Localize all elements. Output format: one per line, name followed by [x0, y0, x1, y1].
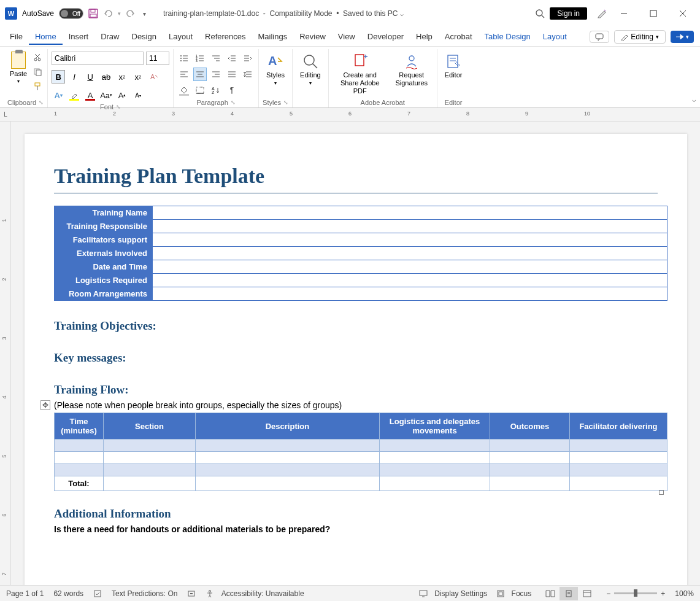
maximize-button[interactable]: [641, 1, 666, 26]
text-predictions-status[interactable]: Text Predictions: On: [112, 589, 177, 598]
document-title[interactable]: Training Plan Template: [54, 165, 658, 193]
bold-button[interactable]: B: [52, 70, 65, 83]
page-status[interactable]: Page 1 of 1: [6, 589, 44, 598]
sort-button[interactable]: AZ: [209, 83, 223, 97]
zoom-out-icon[interactable]: −: [606, 589, 610, 598]
redo-icon[interactable]: [126, 9, 136, 18]
grow-font-button[interactable]: A▴: [115, 88, 129, 102]
underline-button[interactable]: U: [83, 70, 97, 83]
font-name-input[interactable]: [52, 52, 144, 65]
shading-button[interactable]: [177, 83, 191, 97]
info-label[interactable]: Date and Time: [55, 260, 153, 274]
editing-mode-button[interactable]: Editing ▾: [614, 30, 666, 44]
focus-mode[interactable]: Focus: [497, 589, 531, 598]
flow-table[interactable]: Time (minutes) Section Description Logis…: [54, 413, 667, 491]
font-color-button[interactable]: A: [83, 88, 97, 102]
additional-question[interactable]: Is there a need for handouts or addition…: [54, 524, 658, 534]
spelling-status-icon[interactable]: [93, 589, 102, 598]
tab-home[interactable]: Home: [29, 28, 63, 45]
tab-file[interactable]: File: [4, 28, 29, 45]
justify-button[interactable]: [225, 68, 239, 81]
autosave-toggle[interactable]: Off: [59, 8, 83, 19]
objectives-heading[interactable]: Training Objectives:: [54, 319, 658, 333]
macro-status-icon[interactable]: [187, 589, 196, 598]
bullets-button[interactable]: [177, 52, 191, 65]
numbering-button[interactable]: 123: [193, 52, 207, 65]
zoom-percentage[interactable]: 100%: [675, 589, 694, 598]
change-case-button[interactable]: Aa▾: [99, 88, 113, 102]
strikethrough-button[interactable]: ab: [99, 70, 113, 83]
info-value[interactable]: [153, 274, 667, 287]
tab-references[interactable]: References: [199, 28, 252, 45]
align-center-button[interactable]: [193, 68, 207, 81]
word-count[interactable]: 62 words: [53, 589, 83, 598]
tab-layout[interactable]: Layout: [163, 28, 199, 45]
zoom-slider[interactable]: − +: [606, 589, 665, 598]
tab-insert[interactable]: Insert: [63, 28, 95, 45]
line-spacing-button[interactable]: [241, 68, 255, 81]
info-value[interactable]: [153, 206, 667, 220]
info-label[interactable]: Facilitators support: [55, 233, 153, 247]
decrease-indent-button[interactable]: [225, 52, 239, 65]
training-flow-heading[interactable]: Training Flow:: [54, 383, 658, 397]
request-signatures-button[interactable]: Request Signatures: [390, 52, 433, 88]
tab-developer[interactable]: Developer: [361, 28, 410, 45]
italic-button[interactable]: I: [67, 70, 81, 83]
text-effects-button[interactable]: A▾: [52, 88, 65, 102]
tab-mailings[interactable]: Mailings: [252, 28, 294, 45]
page[interactable]: Training Plan Template ✥ Training NameTr…: [25, 134, 687, 588]
tab-acrobat[interactable]: Acrobat: [439, 28, 479, 45]
info-label[interactable]: Room Arrangements: [55, 287, 153, 301]
info-value[interactable]: [153, 287, 667, 301]
copy-icon[interactable]: [32, 66, 43, 77]
styles-dialog-launcher-icon[interactable]: ⤡: [283, 99, 288, 106]
tab-review[interactable]: Review: [293, 28, 332, 45]
borders-button[interactable]: [193, 83, 207, 97]
tab-help[interactable]: Help: [410, 28, 439, 45]
create-share-pdf-button[interactable]: Create and Share Adobe PDF: [333, 52, 388, 97]
info-value[interactable]: [153, 220, 667, 233]
info-label[interactable]: Training Name: [55, 206, 153, 220]
share-button[interactable]: ▾: [671, 31, 694, 43]
clipboard-dialog-launcher-icon[interactable]: ⤡: [39, 99, 44, 106]
subscript-button[interactable]: x2: [115, 70, 129, 83]
editing-button[interactable]: Editing ▾: [296, 52, 325, 88]
info-table[interactable]: Training NameTraining ResponsibleFacilit…: [54, 206, 667, 301]
multilevel-list-button[interactable]: [209, 52, 223, 65]
superscript-button[interactable]: x2: [131, 70, 145, 83]
close-button[interactable]: [671, 1, 695, 26]
show-marks-button[interactable]: ¶: [225, 83, 239, 97]
save-icon[interactable]: [88, 9, 98, 18]
ruler-vertical[interactable]: 1234567: [0, 122, 11, 597]
increase-indent-button[interactable]: [241, 52, 255, 65]
tab-table-design[interactable]: Table Design: [479, 28, 537, 45]
read-mode-button[interactable]: [541, 587, 560, 600]
tab-draw[interactable]: Draw: [94, 28, 125, 45]
minimize-button[interactable]: [612, 1, 636, 26]
highlight-button[interactable]: [67, 88, 81, 102]
format-painter-icon[interactable]: [32, 81, 43, 92]
editor-button[interactable]: Editor: [441, 52, 466, 80]
coming-soon-icon[interactable]: [597, 9, 607, 18]
styles-button[interactable]: A Styles ▾: [263, 52, 288, 88]
accessibility-status[interactable]: Accessibility: Unavailable: [206, 589, 304, 598]
tab-selector-icon[interactable]: L: [0, 108, 11, 121]
font-size-input[interactable]: [146, 52, 169, 65]
table-move-handle-icon[interactable]: ✥: [40, 400, 50, 410]
align-right-button[interactable]: [209, 68, 223, 81]
info-value[interactable]: [153, 233, 667, 247]
ruler-horizontal[interactable]: 12345678910: [11, 108, 700, 121]
tab-table-layout[interactable]: Layout: [537, 28, 573, 45]
undo-dropdown-icon[interactable]: ▾: [118, 10, 121, 17]
search-icon[interactable]: [535, 9, 545, 18]
zoom-in-icon[interactable]: +: [661, 589, 665, 598]
paste-button[interactable]: Paste ▾: [7, 52, 29, 84]
web-layout-button[interactable]: [578, 587, 596, 600]
total-cell[interactable]: Total:: [55, 476, 104, 491]
clear-formatting-button[interactable]: A: [147, 70, 161, 83]
info-label[interactable]: Logistics Required: [55, 274, 153, 287]
info-value[interactable]: [153, 247, 667, 260]
info-label[interactable]: Training Responsible: [55, 220, 153, 233]
undo-icon[interactable]: [103, 9, 113, 18]
paragraph-dialog-launcher-icon[interactable]: ⤡: [231, 99, 236, 106]
